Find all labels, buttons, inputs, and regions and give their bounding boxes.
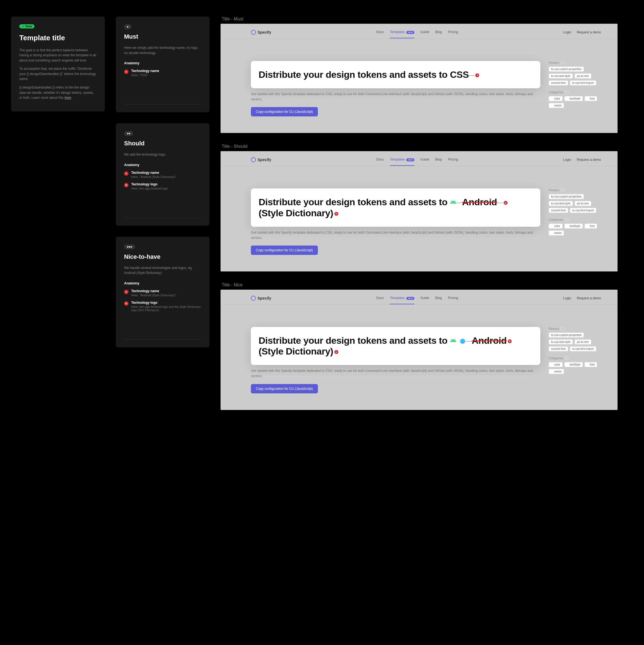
parser-chip[interactable]: to-css-text-style (549, 339, 573, 345)
parser-chip[interactable]: to-css-font-import (570, 80, 596, 85)
nav-templates[interactable]: Templates NEW (390, 296, 414, 304)
parser-chip[interactable]: convert-font (549, 208, 568, 213)
check-icon (21, 25, 24, 28)
must-panel: ♥ Must Here we simply add the technology… (116, 17, 210, 112)
textStyle-icon (567, 225, 569, 227)
brand[interactable]: Specify (251, 157, 271, 162)
category-chip[interactable]: font (585, 362, 597, 367)
request-demo-link[interactable]: Request a demo (577, 296, 601, 300)
category-chip[interactable]: textStyle (564, 96, 583, 101)
parser-chip[interactable]: px-to-rem (575, 201, 591, 206)
parsers-heading: Parsers 5 (549, 188, 601, 192)
request-demo-link[interactable]: Request a demo (577, 158, 601, 162)
parser-chip[interactable]: convert-font (549, 346, 568, 352)
category-chip[interactable]: color (549, 96, 563, 101)
parser-chip[interactable]: to-css-font-import (570, 346, 596, 352)
nav-pricing[interactable]: Pricing (448, 158, 458, 162)
category-chip[interactable]: vector (549, 103, 564, 108)
panel-divider (124, 339, 201, 340)
nav-blog[interactable]: Blog (435, 296, 442, 300)
anatomy-item: A Technology name Here, "Android (Style … (124, 171, 201, 179)
categories-count: 4 (565, 357, 569, 360)
parser-chip[interactable]: convert-font (549, 80, 568, 85)
parser-chip[interactable]: px-to-rem (575, 73, 591, 79)
preview-topbar: Specify Docs Templates NEW Guide Blog Pr… (221, 157, 618, 166)
brand-name: Specify (258, 296, 271, 300)
intro-para-1: The goal is to find the perfect balance … (19, 48, 96, 63)
copy-config-button[interactable]: Copy configuration for CLI (JavaScript) (251, 107, 318, 117)
headline-text: Distribute your design tokens and assets… (259, 197, 533, 218)
category-chip[interactable]: font (585, 223, 597, 229)
categories-heading: Categories 4 (549, 218, 601, 221)
category-chip[interactable]: color (549, 362, 563, 367)
nav-pricing[interactable]: Pricing (448, 296, 458, 300)
parser-chip[interactable]: px-to-rem (575, 339, 591, 345)
preview-sidebar: Parsers 5 to-css-custom-propertiesto-css… (549, 61, 601, 117)
preview-1: Specify Docs Templates NEW Guide Blog Pr… (221, 151, 618, 271)
nav-docs[interactable]: Docs (376, 30, 384, 34)
category-chip[interactable]: vector (549, 369, 564, 374)
headline-card: Distribute your design tokens and assets… (251, 61, 540, 88)
headline-card: Distribute your design tokens and assets… (251, 327, 540, 365)
login-link[interactable]: Login (563, 296, 571, 300)
nav-guide[interactable]: Guide (420, 296, 429, 300)
parser-chip[interactable]: to-css-text-style (549, 201, 573, 206)
copy-config-button[interactable]: Copy configuration for CLI (JavaScript) (251, 384, 318, 393)
parsers-heading: Parsers 5 (549, 327, 601, 330)
login-link[interactable]: Login (563, 30, 571, 34)
done-label: Done (25, 25, 32, 28)
request-demo-link[interactable]: Request a demo (577, 30, 601, 34)
parser-chip[interactable]: to-css-text-style (549, 73, 573, 79)
nav-blog[interactable]: Blog (435, 30, 442, 34)
anatomy-item-desc: Here, "Android (Style Dictionary)" (131, 175, 176, 179)
panel-divider (124, 218, 201, 218)
specify-logo-icon (251, 157, 256, 162)
nav-blog[interactable]: Blog (435, 158, 442, 162)
copy-config-button[interactable]: Copy configuration for CLI (JavaScript) (251, 245, 318, 255)
category-chip[interactable]: textStyle (564, 223, 583, 229)
parser-chip[interactable]: to-css-font-import (570, 208, 596, 213)
nav-pricing[interactable]: Pricing (448, 30, 458, 34)
nav-templates[interactable]: Templates NEW (390, 158, 414, 166)
anatomy-item: B Technology logo Here, the ugly Android… (124, 301, 201, 312)
nav-templates[interactable]: Templates NEW (390, 30, 414, 38)
priority-hearts: ♥♥ (124, 131, 133, 136)
parser-chip[interactable]: to-css-custom-properties (549, 194, 584, 199)
brand[interactable]: Specify (251, 30, 271, 35)
categories-heading: Categories 4 (549, 90, 601, 94)
preview-sidebar: Parsers 5 to-css-custom-propertiesto-css… (549, 188, 601, 255)
anatomy-heading: Anatomy (124, 61, 201, 65)
parser-chip[interactable]: to-css-custom-properties (549, 333, 584, 338)
new-badge: NEW (406, 158, 414, 161)
category-chip[interactable]: vector (549, 230, 564, 236)
anatomy-item: A Technology name Here, "CSS" (124, 69, 201, 77)
nice-title: Nice-to-have (124, 253, 201, 260)
preview-sidebar: Parsers 5 to-css-custom-propertiesto-css… (549, 327, 601, 393)
nav-guide[interactable]: Guide (420, 158, 429, 162)
must-intro: Here we simply add the technology name, … (124, 45, 201, 55)
nav-links: Docs Templates NEW Guide Blog Pricing (376, 30, 458, 34)
headline-card: Distribute your design tokens and assets… (251, 188, 540, 226)
textStyle-icon (567, 98, 569, 100)
category-chip[interactable]: color (549, 223, 563, 229)
preview-2: Specify Docs Templates NEW Guide Blog Pr… (221, 290, 618, 410)
anatomy-badge-a: A (124, 171, 128, 176)
font-icon (587, 225, 589, 227)
parser-chip[interactable]: to-css-custom-properties (549, 66, 584, 72)
nav-docs[interactable]: Docs (376, 158, 384, 162)
learn-more-link[interactable]: here (64, 96, 71, 99)
anatomy-item-name: Technology name (131, 289, 176, 293)
brand[interactable]: Specify (251, 296, 271, 301)
color-icon (551, 225, 553, 227)
anatomy-item-desc: Here, "CSS" (131, 73, 159, 77)
nav-guide[interactable]: Guide (420, 30, 429, 34)
must-title: Must (124, 33, 201, 40)
anatomy-item-name: Technology name (131, 171, 176, 175)
nav-links: Docs Templates NEW Guide Blog Pricing (376, 158, 458, 162)
login-link[interactable]: Login (563, 158, 571, 162)
panel-divider (124, 104, 201, 104)
category-chip[interactable]: textStyle (564, 362, 583, 367)
nav-docs[interactable]: Docs (376, 296, 384, 300)
category-chip[interactable]: font (585, 96, 597, 101)
preview-description: Get started with this Specify template d… (251, 368, 540, 379)
